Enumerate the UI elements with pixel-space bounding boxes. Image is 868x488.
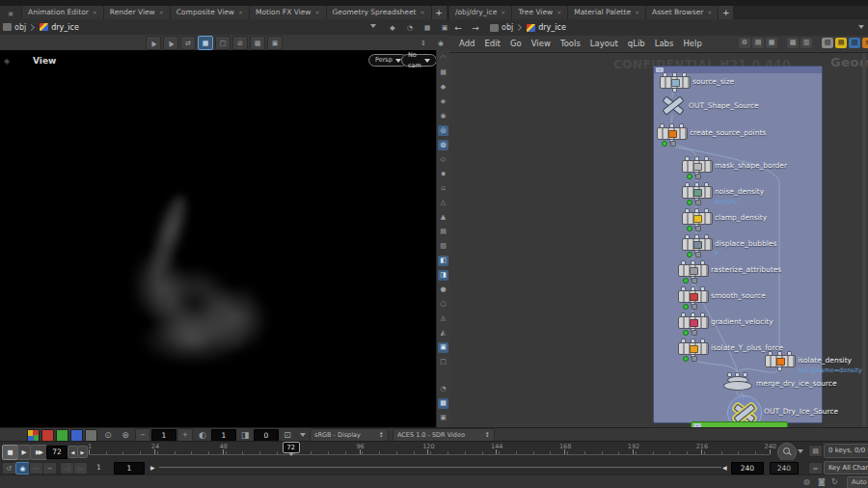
menu-tools[interactable]: Tools (560, 39, 581, 48)
display-flag[interactable] (662, 141, 667, 147)
new-tab-button[interactable]: + (719, 6, 733, 19)
pane-tab-stub[interactable]: ▣ (0, 6, 21, 19)
display-blue-swatch[interactable] (70, 429, 83, 442)
tab-close-icon[interactable]: × (238, 6, 243, 19)
menu-view[interactable]: View (531, 39, 551, 48)
tab--obj-dry-ice[interactable]: /obj/dry_ice× (449, 6, 511, 19)
ruler-icon[interactable]: ▲ (438, 212, 448, 223)
keyframe-scope-icon[interactable]: ▤ (808, 445, 823, 457)
node-icon-gradient_velocity[interactable] (678, 316, 709, 329)
tree-list-icon[interactable]: ▤ (752, 38, 764, 48)
bypass-flag[interactable] (692, 304, 697, 310)
tab-close-icon[interactable]: × (420, 6, 425, 19)
range-end-field[interactable]: 240 (731, 462, 764, 474)
follow-time-icon[interactable]: ◔ (402, 20, 418, 35)
menu-labs[interactable]: Labs (655, 39, 674, 48)
menu-layout[interactable]: Layout (590, 39, 618, 48)
bypass-flag[interactable] (695, 174, 701, 179)
timeline-ruler[interactable] (89, 454, 770, 455)
node-icon-create_source_points[interactable] (657, 127, 688, 140)
output-transform-dropdown[interactable]: ACES 1.0 - SDR Video↕ (393, 428, 495, 442)
display-alpha-swatch[interactable] (85, 429, 97, 442)
cone-icon[interactable]: ◬ (438, 313, 448, 324)
translate-tool-icon[interactable]: ⇄ (180, 36, 196, 50)
grid-options-icon[interactable]: ▦ (438, 398, 448, 409)
step-size-button[interactable]: − (42, 462, 57, 474)
node-smooth_source[interactable]: smooth_source (678, 290, 709, 303)
bypass-flag[interactable] (692, 278, 697, 284)
timeline-zoom-button[interactable] (777, 443, 797, 462)
menu-add[interactable]: Add (459, 39, 475, 48)
display-green-swatch[interactable] (56, 429, 68, 442)
tab-geometry-spreadsheet[interactable]: Geometry Spreadsheet× (327, 6, 431, 19)
node-rasterize_attributes[interactable]: rasterize_attributes (678, 264, 709, 277)
display-flag[interactable] (683, 356, 689, 362)
menu-edit[interactable]: Edit (484, 39, 500, 48)
nav-back-button[interactable]: ← (450, 20, 466, 35)
render-region-icon[interactable]: ▦ (438, 68, 448, 78)
range-start-field[interactable]: 1 (114, 462, 145, 474)
network-scrollbar[interactable] (862, 52, 866, 441)
display-flag[interactable] (683, 304, 689, 310)
animation-graph-icon[interactable]: ≈ (808, 462, 823, 474)
breadcrumb-root[interactable]: obj (14, 23, 26, 32)
sort-icon[interactable]: ↕ (416, 36, 431, 50)
tab-material-palette[interactable]: Material Palette× (568, 6, 645, 19)
layout-nodes-icon[interactable]: ≡ (862, 38, 868, 48)
tab-close-icon[interactable]: × (159, 6, 164, 19)
lasso-select-icon[interactable]: ▲ (163, 36, 178, 50)
tab-animation-editor[interactable]: Animation Editor× (22, 6, 103, 19)
auto-update-button[interactable]: Auto Up (847, 476, 868, 488)
node-clamp_density[interactable]: clamp_density (682, 212, 713, 225)
contrast-field[interactable]: 1 (211, 429, 236, 442)
node-icon-isolate_density[interactable] (765, 355, 796, 367)
edit-network-icon[interactable]: ▨ (849, 38, 860, 48)
display-flag[interactable] (683, 278, 689, 284)
new-tab-button[interactable]: + (432, 6, 447, 19)
node-icon-clamp_density[interactable] (682, 212, 713, 225)
bypass-flag[interactable] (692, 356, 697, 362)
keys-info-button[interactable]: 0 keys, 0/0 chan (824, 444, 868, 458)
display-flag[interactable] (687, 200, 692, 205)
node-icon-rasterize_attributes[interactable] (678, 264, 709, 277)
grid-icon[interactable]: ▧ (438, 241, 448, 252)
node-isolate_density[interactable]: isolate_densitynot @name=density (765, 355, 796, 367)
range-slider-track[interactable] (159, 467, 721, 468)
lut-caret[interactable] (300, 433, 306, 437)
select-geometry-button[interactable]: ▦ (198, 36, 213, 50)
frame-view-icon[interactable]: ▣ (267, 36, 283, 50)
node-noise_density[interactable]: noise_densitydensity (682, 186, 713, 199)
shade-mode-icon[interactable]: ◍ (438, 140, 448, 150)
select-tool-icon[interactable]: ▲ (146, 36, 161, 50)
node-isolate_Y_plus_force[interactable]: isolate_Y_plus_force (678, 342, 709, 355)
list-view-icon[interactable]: ▦ (766, 38, 777, 48)
play-to-end-button[interactable]: ▶▶ (30, 445, 47, 460)
visibility-icon[interactable]: ◉ (438, 111, 448, 122)
node-gradient_velocity[interactable]: gradient_velocity (678, 316, 709, 329)
bulb-icon[interactable]: ▣ (438, 342, 448, 353)
tab-render-view[interactable]: Render View× (104, 6, 170, 19)
timeline-zoom-caret[interactable] (798, 449, 803, 453)
colorspace-dropdown[interactable]: sRGB - Display↕ (310, 428, 389, 442)
tab-close-icon[interactable]: × (501, 6, 505, 19)
realtime-toggle-button[interactable]: ◉ (15, 462, 30, 474)
lock-camera-icon[interactable]: ◆ (438, 82, 448, 93)
node-source_size[interactable]: source_size (660, 76, 691, 89)
net-path-caret[interactable] (858, 25, 864, 29)
box-select-icon[interactable]: □ (215, 36, 231, 50)
stop-button[interactable]: ■ (2, 445, 18, 460)
breadcrumb-current[interactable]: dry_ice (51, 23, 79, 32)
message-icon[interactable]: ◙ (818, 477, 826, 486)
net-breadcrumb-current[interactable]: dry_ice (538, 23, 566, 32)
sticky-note-icon[interactable]: ▤ (835, 38, 847, 48)
network-editor[interactable]: CONFIDENTIAL H21.0.440 Geom – source_siz… (449, 52, 868, 441)
snapshot-toggle-icon[interactable]: ▩ (250, 36, 265, 50)
display-flag[interactable] (683, 330, 689, 336)
global-range-end-field[interactable]: 240 (770, 462, 799, 474)
key-all-channels-button[interactable]: Key All Channels (824, 461, 868, 474)
memory-icon[interactable]: ◍ (803, 477, 810, 486)
customize-toolbar-icon[interactable]: ⚙ (739, 38, 750, 48)
color-grid-icon[interactable]: ▩ (787, 38, 799, 48)
axis-icon[interactable]: ▤ (438, 227, 448, 237)
bypass-flag[interactable] (695, 226, 701, 231)
